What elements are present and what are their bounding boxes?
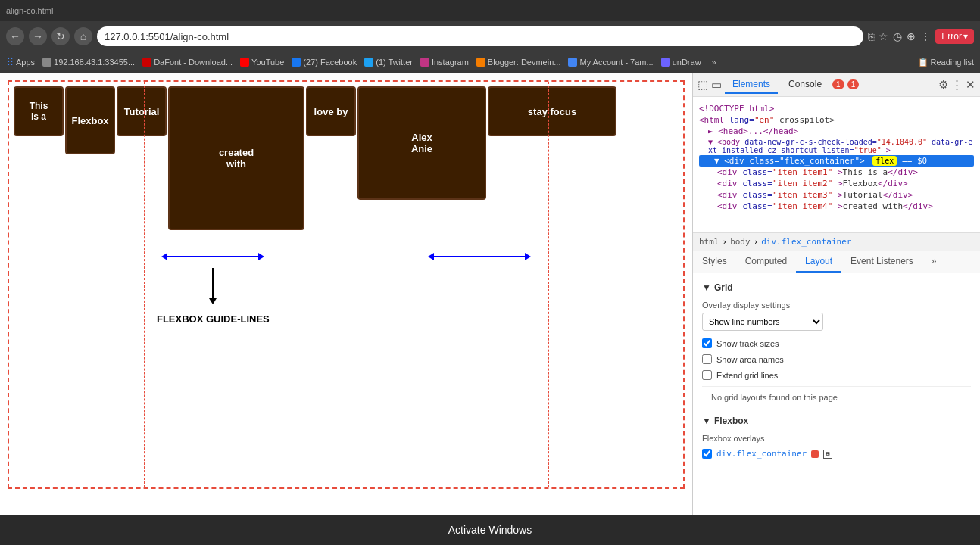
devtools-icon-device[interactable]: ▭ bbox=[711, 78, 722, 92]
forward-button[interactable]: → bbox=[29, 27, 47, 45]
black-v-line bbox=[212, 268, 214, 298]
nav-icons: ⎘ ☆ ◷ ⊕ ⋮ bbox=[868, 30, 931, 42]
black-v-arrow bbox=[209, 268, 217, 304]
breadcrumb-bar: html › body › div.flex_container bbox=[693, 233, 980, 251]
dom-tree: <!DOCTYPE html> <html lang="en" crosspil… bbox=[693, 97, 980, 233]
refresh-button[interactable]: ↻ bbox=[51, 27, 70, 45]
overlay-grid-icon[interactable]: ⊞ bbox=[823, 450, 832, 459]
bookmark-ip[interactable]: 192.168.43.1:33455... bbox=[42, 58, 135, 67]
devtools-more-icon[interactable]: ⋮ bbox=[951, 78, 963, 92]
profile-icon[interactable]: ◷ bbox=[893, 30, 902, 42]
bookmark-youtube[interactable]: YouTube bbox=[240, 58, 284, 67]
extend-grid-lines-checkbox[interactable] bbox=[702, 370, 712, 380]
flexbox-overlay-checkbox[interactable] bbox=[702, 449, 712, 459]
bookmark-undraw-label: unDraw bbox=[673, 58, 701, 67]
bookmark-star-icon[interactable]: ☆ bbox=[879, 30, 888, 42]
bookmark-dafont-label: DaFont - Download... bbox=[154, 58, 233, 67]
arrow-col-3: FLEXBOX GUIDE-LINES bbox=[147, 238, 280, 325]
error-button[interactable]: Error ▾ bbox=[935, 29, 974, 44]
activate-windows-label: Activate Windows bbox=[448, 524, 532, 536]
blue-arrow-line bbox=[167, 256, 258, 257]
flexbox-section: ▼ Flexbox Flexbox overlays div.flex_cont… bbox=[702, 416, 971, 462]
flex-item-2: Flexbox bbox=[65, 86, 115, 154]
flex-demo-area: Thisis a Flexbox Tutorial createdwith lo… bbox=[8, 80, 685, 489]
blue-arrow-left bbox=[161, 253, 167, 260]
apps-grid-icon: ⠿ bbox=[6, 56, 14, 68]
flex-item-4: createdwith bbox=[168, 86, 304, 230]
overlay-settings-label: Overlay display settings bbox=[702, 301, 971, 310]
page-content: Thisis a Flexbox Tutorial createdwith lo… bbox=[0, 73, 692, 515]
show-area-names-label: Show area names bbox=[716, 355, 784, 364]
dom-line-item3[interactable]: <div class="iten item3" >Tutorial</div> bbox=[717, 189, 974, 201]
tab-layout[interactable]: Layout bbox=[796, 251, 841, 272]
dom-line-html[interactable]: <html lang="en" crosspilot> bbox=[699, 114, 974, 126]
cast-icon[interactable]: ⎘ bbox=[868, 30, 874, 42]
blue-h-arrow-2 bbox=[428, 253, 531, 260]
extend-grid-lines-label: Extend grid lines bbox=[716, 371, 778, 380]
dom-line-item1[interactable]: <div class="iten item1" >This is a</div> bbox=[717, 167, 974, 178]
reading-list-label: Reading list bbox=[931, 58, 974, 67]
flexbox-overlay-label[interactable]: div.flex_container bbox=[716, 449, 807, 459]
arrow-col-5 bbox=[413, 238, 546, 325]
bookmark-facebook[interactable]: (27) Facebook bbox=[292, 58, 357, 67]
reading-list-icon: 📋 bbox=[918, 58, 929, 67]
tab-console[interactable]: Console bbox=[781, 76, 829, 94]
flex-item-1: Thisis a bbox=[14, 86, 64, 136]
bookmark-favicon-twitter bbox=[364, 58, 373, 67]
bookmark-myaccount[interactable]: My Account - 7am... bbox=[568, 58, 653, 67]
show-track-sizes-label: Show track sizes bbox=[716, 339, 779, 348]
tab-more[interactable]: » bbox=[922, 251, 946, 272]
arrow-col-6 bbox=[545, 238, 679, 325]
address-bar[interactable]: 127.0.0.1:5501/align-co.html bbox=[97, 26, 863, 46]
black-arrowhead bbox=[209, 298, 217, 304]
bookmark-facebook-label: (27) Facebook bbox=[303, 58, 357, 67]
dom-line-head[interactable]: ► <head>...</head> bbox=[708, 126, 974, 137]
devtools-settings-icon[interactable]: ⚙ bbox=[938, 78, 948, 92]
bookmark-instagram-label: Instagram bbox=[432, 58, 469, 67]
menu-icon[interactable]: ⋮ bbox=[920, 30, 931, 42]
home-button[interactable]: ⌂ bbox=[74, 27, 92, 45]
error-label: Error bbox=[941, 31, 962, 42]
reading-list-button[interactable]: 📋 Reading list bbox=[918, 58, 974, 67]
bookmark-favicon-dafont bbox=[142, 58, 151, 67]
extension-icon[interactable]: ⊕ bbox=[907, 30, 916, 42]
arrows-section: FLEXBOX GUIDE-LINES bbox=[14, 238, 679, 325]
blue-arrow-line-2 bbox=[434, 256, 525, 257]
overlay-display-settings: Overlay display settings Show line numbe… bbox=[702, 301, 971, 331]
breadcrumb-body[interactable]: body bbox=[730, 237, 751, 247]
back-button[interactable]: ← bbox=[6, 27, 24, 45]
tab-event-listeners[interactable]: Event Listeners bbox=[841, 251, 922, 272]
bookmark-apps-label: Apps bbox=[16, 58, 35, 67]
dom-line-item2[interactable]: <div class="iten item2" >Flexbox</div> bbox=[717, 178, 974, 189]
no-grid-status: No grid layouts found on this page bbox=[702, 386, 971, 408]
grid-section-header[interactable]: ▼ Grid bbox=[702, 282, 971, 293]
bookmark-instagram[interactable]: Instagram bbox=[420, 58, 469, 67]
tab-elements[interactable]: Elements bbox=[725, 76, 778, 94]
flex-items-row: Thisis a Flexbox Tutorial createdwith lo… bbox=[14, 86, 679, 230]
overlay-display-select[interactable]: Show line numbers Show track sizes Hide bbox=[702, 313, 823, 331]
taskbar-area: Activate Windows bbox=[0, 515, 980, 545]
breadcrumb-html[interactable]: html bbox=[699, 237, 719, 247]
devtools-close-icon[interactable]: ✕ bbox=[966, 78, 975, 92]
bookmark-dafont[interactable]: DaFont - Download... bbox=[142, 58, 233, 67]
dom-line-body[interactable]: ▼ <body data-new-gr-c-s-check-loaded="14… bbox=[708, 137, 974, 155]
dom-line-flex-container[interactable]: ▼ <div class="flex_container"> flex == $… bbox=[699, 155, 974, 167]
devtools-icon-inspect[interactable]: ⬚ bbox=[698, 78, 708, 92]
bookmark-apps[interactable]: ⠿ Apps bbox=[6, 56, 35, 68]
tab-computed[interactable]: Computed bbox=[736, 251, 796, 272]
bookmark-favicon-myaccount bbox=[568, 58, 577, 67]
breadcrumb-flex[interactable]: div.flex_container bbox=[761, 237, 851, 247]
flexbox-section-header[interactable]: ▼ Flexbox bbox=[702, 416, 971, 426]
bookmark-twitter[interactable]: (1) Twitter bbox=[364, 58, 413, 67]
flexbox-arrow-icon: ▼ bbox=[702, 416, 711, 426]
badge-2: 1 bbox=[847, 79, 860, 89]
bookmark-undraw[interactable]: unDraw bbox=[661, 58, 701, 67]
dom-line-doctype[interactable]: <!DOCTYPE html> bbox=[699, 103, 974, 114]
show-track-sizes-checkbox[interactable] bbox=[702, 338, 712, 348]
main-area: Thisis a Flexbox Tutorial createdwith lo… bbox=[0, 73, 980, 515]
tab-styles[interactable]: Styles bbox=[693, 251, 736, 272]
dom-line-item4[interactable]: <div class="iten item4" >created with</d… bbox=[717, 201, 974, 212]
bookmark-blogger[interactable]: Blogger: Devmein... bbox=[476, 58, 561, 67]
show-area-names-checkbox[interactable] bbox=[702, 354, 712, 364]
bookmarks-more-button[interactable]: » bbox=[712, 58, 716, 67]
